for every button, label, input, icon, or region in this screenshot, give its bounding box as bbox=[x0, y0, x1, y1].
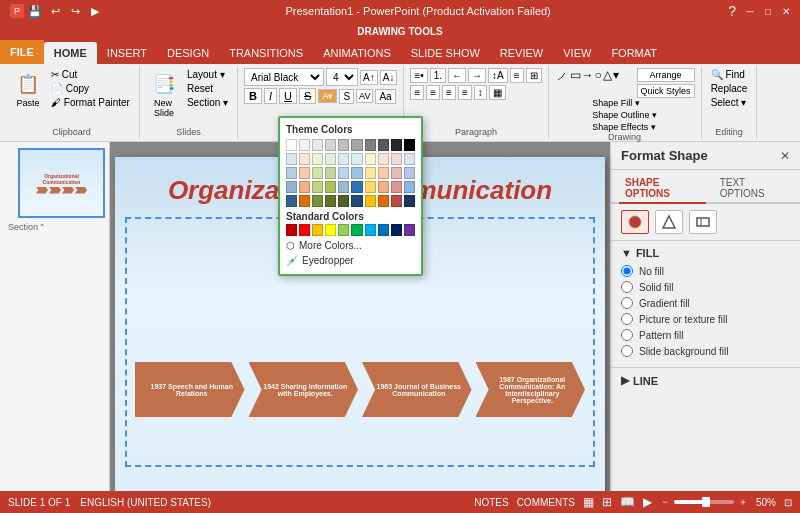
font-color-button[interactable]: A▾ bbox=[318, 89, 337, 103]
color-swatch[interactable] bbox=[299, 195, 310, 207]
tab-shape-options[interactable]: SHAPE OPTIONS bbox=[619, 174, 706, 204]
numbering-button[interactable]: 1. bbox=[430, 68, 446, 83]
italic-button[interactable]: I bbox=[264, 88, 277, 104]
color-swatch[interactable] bbox=[325, 224, 336, 236]
minimize-button[interactable]: ─ bbox=[742, 4, 758, 18]
oval-shape[interactable]: ○ bbox=[595, 68, 602, 98]
tab-review[interactable]: REVIEW bbox=[490, 42, 553, 64]
color-swatch[interactable] bbox=[365, 153, 376, 165]
color-swatch[interactable] bbox=[299, 181, 310, 193]
layout-button[interactable]: Layout ▾ bbox=[184, 68, 231, 81]
maximize-button[interactable]: □ bbox=[760, 4, 776, 18]
color-swatch[interactable] bbox=[404, 195, 415, 207]
triangle-shape[interactable]: △ bbox=[603, 68, 612, 98]
color-swatch[interactable] bbox=[312, 139, 323, 151]
zoom-in-button[interactable]: ＋ bbox=[738, 495, 748, 509]
color-swatch[interactable] bbox=[312, 224, 323, 236]
notes-button[interactable]: NOTES bbox=[474, 497, 508, 508]
color-swatch[interactable] bbox=[338, 181, 349, 193]
shape-outline-button[interactable]: Shape Outline ▾ bbox=[592, 110, 657, 120]
more-shapes[interactable]: ▾ bbox=[613, 68, 619, 98]
slide-bg-fill-radio[interactable] bbox=[621, 345, 633, 357]
slideshow-view-button[interactable]: ▶ bbox=[643, 495, 652, 509]
tab-transitions[interactable]: TRANSITIONS bbox=[219, 42, 313, 64]
increase-font-button[interactable]: A↑ bbox=[360, 70, 378, 85]
size-icon-btn[interactable] bbox=[689, 210, 717, 234]
solid-fill-radio[interactable] bbox=[621, 281, 633, 293]
shape-fill-button[interactable]: Shape Fill ▾ bbox=[592, 98, 657, 108]
reading-view-button[interactable]: 📖 bbox=[620, 495, 635, 509]
justify-button[interactable]: ≡ bbox=[458, 85, 472, 100]
picture-fill-radio[interactable] bbox=[621, 313, 633, 325]
comments-button[interactable]: COMMENTS bbox=[517, 497, 575, 508]
strikethrough-button[interactable]: S bbox=[299, 88, 316, 104]
text-shadow-button[interactable]: S bbox=[339, 89, 354, 104]
color-swatch[interactable] bbox=[286, 224, 297, 236]
underline-button[interactable]: U bbox=[279, 88, 297, 104]
find-button[interactable]: 🔍 Find bbox=[708, 68, 751, 81]
line-shape[interactable]: ⟋ bbox=[555, 68, 569, 98]
color-swatch[interactable] bbox=[404, 153, 415, 165]
color-swatch[interactable] bbox=[365, 139, 376, 151]
bullets-button[interactable]: ≡• bbox=[410, 68, 427, 83]
tab-animations[interactable]: ANIMATIONS bbox=[313, 42, 401, 64]
undo-button[interactable]: ↩ bbox=[46, 2, 64, 20]
zoom-bar[interactable] bbox=[674, 500, 734, 504]
color-swatch[interactable] bbox=[299, 167, 310, 179]
redo-button[interactable]: ↪ bbox=[66, 2, 84, 20]
tab-file[interactable]: FILE bbox=[0, 40, 44, 64]
zoom-percent[interactable]: 50% bbox=[756, 497, 776, 508]
color-swatch[interactable] bbox=[378, 195, 389, 207]
cut-button[interactable]: ✂ Cut bbox=[48, 68, 133, 81]
color-swatch[interactable] bbox=[351, 224, 362, 236]
close-button[interactable]: ✕ bbox=[778, 4, 794, 18]
color-swatch[interactable] bbox=[404, 139, 415, 151]
fill-section-header[interactable]: ▼ FILL bbox=[621, 247, 790, 259]
fit-to-window-button[interactable]: ⊡ bbox=[784, 497, 792, 508]
increase-indent-button[interactable]: → bbox=[468, 68, 486, 83]
color-swatch[interactable] bbox=[286, 181, 297, 193]
character-spacing-button[interactable]: AV bbox=[356, 89, 373, 103]
color-swatch[interactable] bbox=[299, 224, 310, 236]
new-slide-button[interactable]: 📑 NewSlide bbox=[146, 68, 182, 120]
format-painter-button[interactable]: 🖌 Format Painter bbox=[48, 96, 133, 109]
color-swatch[interactable] bbox=[404, 181, 415, 193]
fill-line-icon-btn[interactable] bbox=[621, 210, 649, 234]
tab-home[interactable]: HOME bbox=[44, 42, 97, 64]
align-right-button[interactable]: ≡ bbox=[442, 85, 456, 100]
color-swatch[interactable] bbox=[312, 195, 323, 207]
color-swatch[interactable] bbox=[351, 139, 362, 151]
align-text-button[interactable]: ≡ bbox=[510, 68, 524, 83]
shape-effects-button[interactable]: Shape Effects ▾ bbox=[592, 122, 657, 132]
color-swatch[interactable] bbox=[325, 139, 336, 151]
slide-thumbnail[interactable]: OrganizationalCommunication bbox=[18, 148, 105, 218]
slide-sorter-button[interactable]: ⊞ bbox=[602, 495, 612, 509]
section-button[interactable]: Section ▾ bbox=[184, 96, 231, 109]
color-swatch[interactable] bbox=[325, 195, 336, 207]
text-direction-button[interactable]: ↕A bbox=[488, 68, 508, 83]
rect-shape[interactable]: ▭ bbox=[570, 68, 581, 98]
tab-view[interactable]: VIEW bbox=[553, 42, 601, 64]
normal-view-button[interactable]: ▦ bbox=[583, 495, 594, 509]
replace-button[interactable]: Replace bbox=[708, 82, 751, 95]
arrange-button[interactable]: Arrange bbox=[637, 68, 695, 82]
color-swatch[interactable] bbox=[351, 195, 362, 207]
color-swatch[interactable] bbox=[325, 153, 336, 165]
quick-styles-button[interactable]: Quick Styles bbox=[637, 84, 695, 98]
pattern-fill-radio[interactable] bbox=[621, 329, 633, 341]
color-swatch[interactable] bbox=[312, 181, 323, 193]
color-swatch[interactable] bbox=[365, 195, 376, 207]
change-case-button[interactable]: Aa bbox=[375, 89, 395, 104]
effects-icon-btn[interactable] bbox=[655, 210, 683, 234]
decrease-indent-button[interactable]: ← bbox=[448, 68, 466, 83]
columns-button[interactable]: ▦ bbox=[489, 85, 506, 100]
tab-design[interactable]: DESIGN bbox=[157, 42, 219, 64]
tab-format[interactable]: FORMAT bbox=[601, 42, 667, 64]
color-swatch[interactable] bbox=[351, 167, 362, 179]
color-swatch[interactable] bbox=[286, 139, 297, 151]
paste-button[interactable]: 📋 Paste bbox=[10, 68, 46, 110]
color-swatch[interactable] bbox=[391, 195, 402, 207]
color-swatch[interactable] bbox=[365, 181, 376, 193]
reset-button[interactable]: Reset bbox=[184, 82, 231, 95]
color-swatch[interactable] bbox=[391, 181, 402, 193]
